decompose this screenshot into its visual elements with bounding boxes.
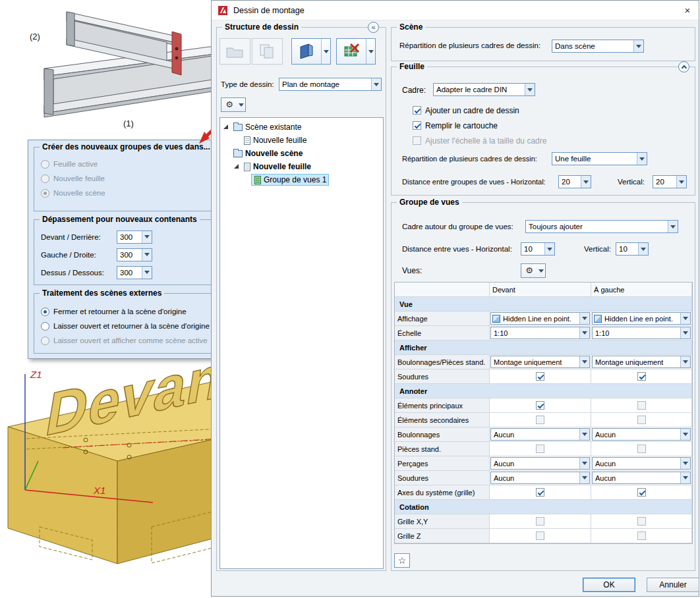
- overshoot-label: Devant / Derrière:: [41, 233, 117, 241]
- sheet-checks: Ajouter un cadre de dessinRemplir le car…: [413, 103, 546, 148]
- chevron-down-icon[interactable]: [321, 39, 330, 64]
- tree-item[interactable]: Nouvelle feuille: [220, 134, 383, 147]
- sheet-check-row[interactable]: Ajouter un cadre de dessin: [413, 103, 546, 118]
- checkbox[interactable]: [413, 106, 421, 115]
- table-checkbox[interactable]: [536, 531, 544, 540]
- table-checkbox[interactable]: [637, 517, 646, 526]
- chevron-down-icon: [680, 458, 690, 469]
- table-checkbox[interactable]: [536, 416, 544, 424]
- favorites-button[interactable]: ☆: [394, 553, 410, 568]
- close-icon[interactable]: ×: [676, 1, 699, 20]
- frame-around-combo[interactable]: Toujours ajouter: [525, 220, 678, 233]
- scene-repartition-combo[interactable]: Dans scène: [552, 40, 644, 53]
- structure-title: Structure de dessin: [222, 22, 301, 32]
- table-combo[interactable]: Montage uniquement: [592, 356, 691, 368]
- row-label: Éléments principaux: [395, 398, 490, 413]
- tree-item[interactable]: Scène existante: [220, 121, 383, 134]
- radio-option: Nouvelle feuille: [41, 171, 209, 186]
- tree-item[interactable]: Nouvelle feuille: [220, 160, 383, 173]
- chevron-down-icon: [579, 327, 589, 339]
- ok-button[interactable]: OK: [583, 578, 635, 592]
- views-distance-h-combo[interactable]: 10: [521, 242, 555, 256]
- chevron-down-icon: [680, 356, 690, 367]
- collapse-left-icon[interactable]: «: [368, 22, 379, 33]
- radio-label: Fermer et retourner à la scène d'origine: [53, 308, 187, 315]
- table-cell: 1:10: [591, 326, 692, 340]
- row-label: Perçages: [395, 456, 490, 471]
- views-options-button[interactable]: ⚙: [521, 263, 546, 278]
- table-checkbox[interactable]: [637, 416, 646, 424]
- overshoot-rows: Devant / Derrière:300Gauche / Droite:300…: [41, 228, 209, 281]
- folder-icon: [233, 150, 243, 157]
- table-checkbox[interactable]: [637, 401, 646, 410]
- table-combo[interactable]: Hidden Line en point.: [490, 312, 590, 325]
- table-checkbox[interactable]: [536, 401, 544, 410]
- chevron-down-icon[interactable]: [366, 39, 375, 64]
- overshoot-combo[interactable]: 300: [117, 248, 152, 261]
- groups-distance-h-combo[interactable]: 20: [558, 175, 591, 188]
- copy-drawing-icon: [252, 39, 281, 64]
- chevron-down-icon: [680, 313, 690, 324]
- table-row: Échelle1:101:10: [395, 326, 692, 340]
- overshoot-combo[interactable]: 300: [117, 231, 152, 244]
- frame-combo[interactable]: Adapter le cadre DIN: [433, 83, 535, 96]
- table-row: Cotation: [395, 500, 692, 514]
- table-combo[interactable]: Aucun: [592, 472, 691, 484]
- create-group-options: Feuille activeNouvelle feuilleNouvelle s…: [41, 157, 209, 200]
- table-row: BoulonnagesAucunAucun: [395, 427, 692, 442]
- table-checkbox[interactable]: [637, 372, 646, 381]
- radio-label: Laisser ouvert et afficher comme scène a…: [53, 337, 208, 344]
- axis-x-label: X1: [93, 485, 105, 496]
- table-combo[interactable]: 1:10: [490, 327, 590, 339]
- radio-option[interactable]: Fermer et retourner à la scène d'origine: [41, 304, 209, 319]
- expander-icon[interactable]: [223, 124, 229, 130]
- table-cell: [591, 485, 692, 500]
- table-combo[interactable]: Aucun: [490, 428, 590, 441]
- table-combo[interactable]: Aucun: [592, 428, 691, 441]
- cancel-button[interactable]: Annuler: [647, 578, 699, 592]
- table-combo[interactable]: Aucun: [490, 457, 590, 470]
- overshoot-title: Dépassement pour nouveaux contenants: [40, 215, 200, 224]
- groups-distance-v-combo[interactable]: 20: [653, 175, 687, 188]
- expander-icon[interactable]: [233, 163, 240, 170]
- radio-icon: [41, 160, 49, 169]
- table-combo[interactable]: Aucun: [490, 472, 590, 484]
- collapse-up-icon[interactable]: [678, 61, 689, 72]
- delete-view-button[interactable]: [336, 38, 376, 65]
- app-icon: [218, 5, 228, 16]
- overshoot-row: Gauche / Droite:300: [41, 246, 209, 263]
- checkbox[interactable]: [413, 121, 421, 130]
- overshoot-combo[interactable]: 300: [117, 266, 152, 279]
- table-combo[interactable]: Hidden Line en point.: [592, 312, 691, 325]
- tree-item[interactable]: Nouvelle scène: [220, 147, 383, 160]
- table-checkbox[interactable]: [637, 445, 646, 453]
- gear-icon: ⚙: [221, 98, 237, 111]
- insert-view-button[interactable]: [291, 38, 331, 65]
- sheet-repartition-combo[interactable]: Une feuille: [552, 152, 647, 165]
- radio-label: Nouvelle scène: [53, 189, 105, 197]
- table-row: Éléments principaux: [395, 398, 692, 413]
- table-combo[interactable]: 1:10: [592, 327, 691, 339]
- table-checkbox[interactable]: [536, 445, 544, 453]
- radio-icon[interactable]: [41, 308, 49, 316]
- table-checkbox[interactable]: [536, 517, 544, 526]
- table-checkbox[interactable]: [536, 488, 544, 497]
- table-checkbox[interactable]: [637, 531, 646, 540]
- tree-options-button[interactable]: ⚙: [221, 97, 246, 112]
- chevron-down-icon: [525, 84, 535, 95]
- tree-item-label: Nouvelle scène: [245, 149, 303, 158]
- radio-icon[interactable]: [41, 322, 49, 331]
- external-scenes-title: Traitement des scènes externes: [40, 288, 164, 298]
- chevron-down-icon: [676, 176, 686, 188]
- drawing-type-combo[interactable]: Plan de montage: [279, 78, 382, 91]
- table-checkbox[interactable]: [637, 488, 646, 497]
- table-combo[interactable]: Montage uniquement: [490, 356, 590, 368]
- table-row: SouduresAucunAucun: [395, 471, 692, 485]
- views-distance-v-combo[interactable]: 10: [616, 242, 649, 256]
- check-label: Ajouter un cadre de dessin: [425, 106, 519, 115]
- tree-item[interactable]: Groupe de vues 1: [220, 173, 383, 186]
- table-combo[interactable]: Aucun: [592, 457, 691, 470]
- table-checkbox[interactable]: [536, 372, 544, 381]
- radio-option[interactable]: Laisser ouvert et retourner à la scène d…: [41, 319, 209, 333]
- sheet-check-row[interactable]: Remplir le cartouche: [413, 118, 546, 133]
